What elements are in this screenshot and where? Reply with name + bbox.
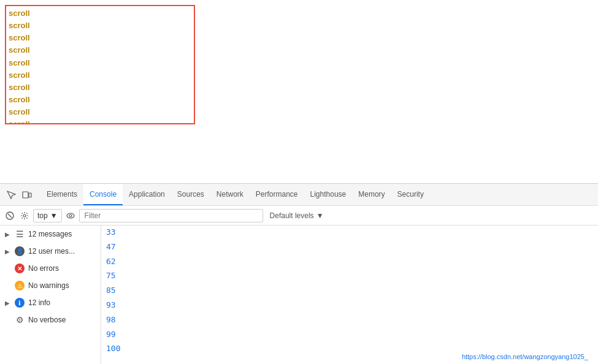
sidebar-item-warnings[interactable]: ⚠ No warnings [0, 277, 101, 294]
tab-bar: Elements Console Application Sources Net… [0, 184, 598, 206]
tab-application[interactable]: Application [123, 184, 171, 205]
clear-console-icon[interactable] [4, 210, 16, 222]
tab-performance[interactable]: Performance [250, 184, 304, 205]
console-line: 85 [101, 284, 598, 298]
console-line: 47 [101, 240, 598, 255]
arrow-icon: ▶ [5, 231, 11, 238]
svg-rect-0 [23, 192, 28, 198]
svg-point-6 [69, 214, 72, 217]
filter-input[interactable] [79, 209, 263, 222]
sidebar-item-messages[interactable]: ▶ ☰ 12 messages [0, 226, 101, 243]
error-icon: ✕ [15, 264, 25, 273]
info-icon: ℹ [15, 298, 25, 308]
console-settings-icon[interactable] [18, 210, 31, 222]
svg-rect-1 [29, 193, 31, 197]
scroll-item: scroll [9, 69, 191, 82]
tab-memory[interactable]: Memory [352, 184, 391, 205]
scroll-item: scroll [9, 118, 191, 124]
console-output-wrapper: 3347627585939899100 https://blog.csdn.ne… [101, 226, 598, 364]
sidebar-item-user-messages[interactable]: ▶ 👤 12 user mes... [0, 243, 101, 260]
context-selector[interactable]: top ▼ [33, 209, 62, 222]
device-toolbar-icon[interactable] [21, 189, 33, 201]
tab-sources[interactable]: Sources [171, 184, 210, 205]
console-line: 99 [101, 328, 598, 343]
tab-security[interactable]: Security [391, 184, 430, 205]
chevron-down-icon: ▼ [50, 211, 58, 220]
scroll-item: scroll [9, 44, 191, 56]
tab-lighthouse[interactable]: Lighthouse [304, 184, 353, 205]
devtools-panel: Elements Console Application Sources Net… [0, 183, 598, 364]
warning-icon: ⚠ [15, 281, 25, 290]
console-sidebar: ▶ ☰ 12 messages ▶ 👤 12 user mes... ✕ No … [0, 226, 101, 364]
console-line: 75 [101, 269, 598, 284]
sidebar-item-errors[interactable]: ✕ No errors [0, 260, 101, 277]
scroll-item: scroll [9, 7, 191, 20]
tab-elements[interactable]: Elements [40, 184, 83, 205]
levels-chevron-icon: ▼ [316, 211, 324, 220]
scroll-item: scroll [9, 106, 191, 118]
scroll-item: scroll [9, 82, 191, 94]
scroll-item: scroll [9, 32, 191, 44]
console-line: 98 [101, 313, 598, 328]
verbose-icon: ⚙ [15, 315, 25, 325]
console-footer-link[interactable]: https://blog.csdn.net/wangzongyang1025_ [457, 352, 593, 362]
sidebar-item-verbose[interactable]: ⚙ No verbose [0, 311, 101, 328]
default-levels-button[interactable]: Default levels ▼ [266, 210, 328, 222]
devtools-body: ▶ ☰ 12 messages ▶ 👤 12 user mes... ✕ No … [0, 226, 598, 364]
svg-point-5 [67, 213, 74, 218]
scroll-box-inner: scrollscrollscrollscrollscrollscrollscro… [6, 6, 194, 124]
sidebar-item-info[interactable]: ▶ ℹ 12 info [0, 294, 101, 311]
top-area: scrollscrollscrollscrollscrollscrollscro… [0, 0, 598, 183]
scroll-item: scroll [9, 20, 191, 32]
console-output: 3347627585939899100 [101, 226, 598, 364]
list-icon: ☰ [15, 229, 25, 239]
svg-point-4 [23, 214, 26, 217]
user-icon: 👤 [15, 246, 25, 256]
arrow-icon: ▶ [5, 248, 11, 255]
inspect-element-icon[interactable] [5, 189, 17, 201]
eye-icon[interactable] [64, 210, 77, 222]
svg-line-3 [8, 214, 12, 218]
scroll-box[interactable]: scrollscrollscrollscrollscrollscrollscro… [5, 5, 195, 124]
console-line: 62 [101, 255, 598, 270]
tab-bar-icons [5, 189, 33, 201]
console-toolbar: top ▼ Default levels ▼ [0, 206, 598, 226]
tab-console[interactable]: Console [83, 184, 123, 205]
console-line: 93 [101, 298, 598, 313]
tab-network[interactable]: Network [210, 184, 250, 205]
scroll-item: scroll [9, 94, 191, 106]
console-line: 33 [101, 226, 598, 240]
scroll-item: scroll [9, 57, 191, 69]
arrow-icon: ▶ [5, 300, 11, 306]
